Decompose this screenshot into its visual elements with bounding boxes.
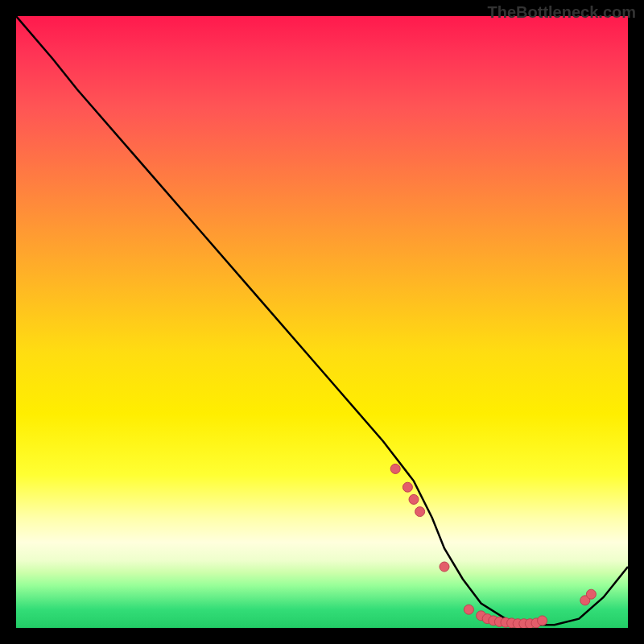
- data-dot: [390, 464, 400, 473]
- chart-frame: TheBottleneck.com: [0, 0, 644, 644]
- data-dot: [464, 605, 473, 614]
- chart-svg: [16, 16, 628, 628]
- data-dot: [415, 507, 425, 517]
- bottleneck-curve: [16, 16, 628, 625]
- data-dot: [538, 616, 547, 625]
- data-dot: [440, 562, 449, 572]
- data-dot: [409, 494, 419, 504]
- data-dot: [586, 589, 596, 599]
- data-dot: [402, 482, 412, 492]
- data-dots: [390, 464, 596, 628]
- watermark-text: TheBottleneck.com: [488, 3, 636, 22]
- plot-area: [16, 16, 628, 628]
